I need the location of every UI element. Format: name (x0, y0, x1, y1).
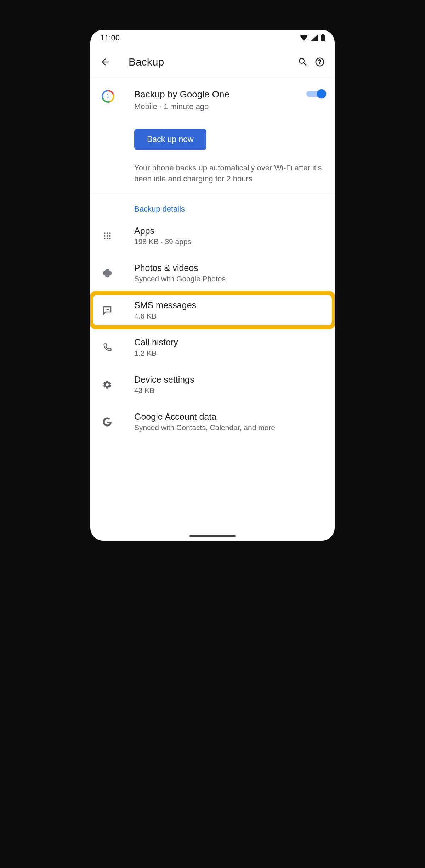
detail-subtitle: Synced with Google Photos (134, 275, 226, 283)
search-button[interactable] (294, 53, 311, 71)
backup-row[interactable]: 1 Backup by Google One Mobile · 1 minute… (90, 89, 335, 111)
backup-subtitle: Mobile · 1 minute ago (134, 102, 306, 111)
cell-signal-icon (311, 35, 318, 41)
detail-title: Call history (134, 337, 178, 348)
backup-title: Backup by Google One (134, 89, 306, 101)
svg-point-6 (104, 238, 105, 239)
battery-icon (321, 34, 325, 41)
backup-section: 1 Backup by Google One Mobile · 1 minute… (90, 78, 335, 195)
arrow-back-icon (100, 57, 110, 67)
apps-icon (100, 229, 114, 243)
device-frame: 11:00 Backup (76, 14, 349, 556)
detail-photos[interactable]: Photos & videos Synced with Google Photo… (90, 254, 335, 292)
svg-point-3 (104, 235, 105, 237)
svg-point-9 (106, 309, 107, 310)
detail-title: SMS messages (134, 300, 196, 310)
gear-icon (100, 378, 114, 392)
backup-details-header: Backup details (90, 195, 335, 217)
svg-point-4 (107, 235, 108, 237)
help-button[interactable] (311, 53, 328, 71)
status-icons (300, 34, 325, 41)
content: 1 Backup by Google One Mobile · 1 minute… (90, 78, 335, 541)
detail-subtitle: 1.2 KB (134, 349, 178, 357)
svg-point-11 (108, 309, 109, 310)
detail-title: Apps (134, 226, 191, 236)
detail-subtitle: 4.6 KB (134, 312, 196, 320)
svg-point-5 (109, 235, 110, 237)
phone-icon (100, 340, 114, 355)
backup-toggle[interactable] (306, 89, 325, 99)
page-title: Backup (129, 56, 294, 68)
detail-google-account[interactable]: Google Account data Synced with Contacts… (90, 403, 335, 440)
help-icon (314, 57, 325, 67)
clock: 11:00 (100, 33, 120, 43)
google-icon (100, 415, 114, 429)
google-one-icon: 1 (100, 89, 116, 104)
detail-call-history[interactable]: Call history 1.2 KB (90, 329, 335, 366)
detail-device-settings[interactable]: Device settings 43 KB (90, 366, 335, 403)
svg-point-8 (109, 238, 110, 239)
svg-point-7 (107, 238, 108, 239)
svg-point-10 (107, 309, 108, 310)
status-bar: 11:00 (90, 30, 335, 46)
svg-point-2 (109, 232, 110, 234)
backup-now-button[interactable]: Back up now (134, 129, 206, 150)
detail-title: Device settings (134, 374, 194, 385)
back-button[interactable] (97, 53, 114, 71)
detail-title: Google Account data (134, 412, 275, 422)
screen: 11:00 Backup (90, 30, 335, 541)
wifi-icon (300, 35, 308, 41)
search-icon (298, 57, 308, 67)
detail-sms[interactable]: SMS messages 4.6 KB (90, 292, 335, 329)
highlight-frame (90, 291, 335, 329)
nav-handle[interactable] (189, 535, 236, 537)
detail-subtitle: 198 KB · 39 apps (134, 237, 191, 246)
app-bar: Backup (90, 46, 335, 78)
svg-point-0 (104, 232, 105, 234)
backup-info: Your phone backs up automatically over W… (134, 163, 325, 185)
sms-icon (100, 303, 114, 317)
detail-subtitle: 43 KB (134, 386, 194, 395)
google-photos-icon (100, 266, 114, 280)
detail-apps[interactable]: Apps 198 KB · 39 apps (90, 217, 335, 254)
detail-title: Photos & videos (134, 263, 226, 273)
svg-point-1 (107, 232, 108, 234)
detail-subtitle: Synced with Contacts, Calendar, and more (134, 423, 275, 432)
